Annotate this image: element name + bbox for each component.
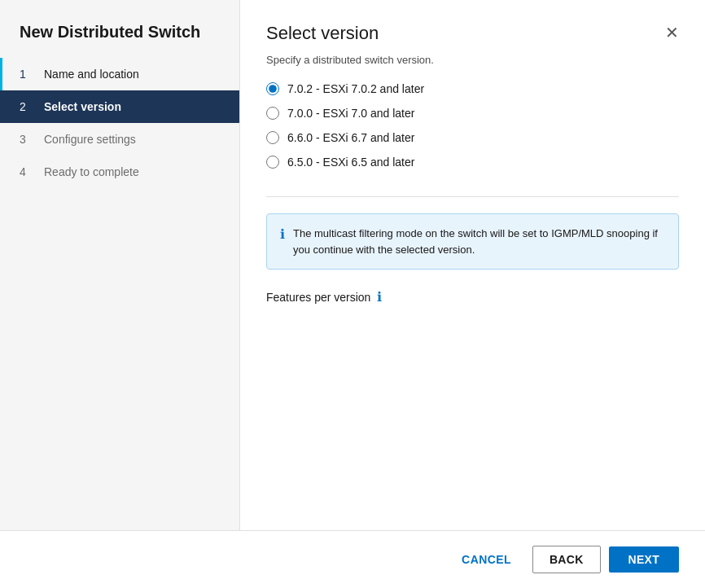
info-box: ℹ The multicast filtering mode on the sw… [266,213,679,270]
sidebar-item-select-version[interactable]: 2 Select version [0,90,239,123]
radio-option-6-6-0[interactable]: 6.6.0 - ESXi 6.7 and later [266,131,679,144]
completed-indicator [0,58,2,90]
info-icon: ℹ [280,226,285,242]
features-label: Features per version [266,291,370,304]
step-number-2: 2 [20,100,36,113]
sidebar-item-ready-to-complete: 4 Ready to complete [0,156,239,188]
main-header: Select version ✕ [240,0,705,54]
sidebar-item-name-and-location[interactable]: 1 Name and location [0,58,239,90]
radio-option-7-0-0[interactable]: 7.0.0 - ESXi 7.0 and later [266,107,679,120]
sidebar-label-ready-to-complete: Ready to complete [44,165,139,178]
close-icon: ✕ [665,24,679,42]
page-subtitle: Specify a distributed switch version. [240,54,705,82]
dialog-body: New Distributed Switch 1 Name and locati… [0,0,705,530]
dialog-footer: CANCEL BACK NEXT [0,530,705,588]
divider [266,196,679,197]
radio-option-6-5-0[interactable]: 6.5.0 - ESXi 6.5 and later [266,156,679,169]
sidebar-label-select-version: Select version [44,100,121,113]
close-button[interactable]: ✕ [665,24,679,41]
main-content: Select version ✕ Specify a distributed s… [240,0,705,530]
radio-7-0-0[interactable] [266,107,279,120]
radio-label-6-5-0: 6.5.0 - ESXi 6.5 and later [287,156,414,169]
cancel-button[interactable]: CANCEL [449,546,524,573]
sidebar-label-configure-settings: Configure settings [44,133,136,146]
dialog-title: New Distributed Switch [0,0,239,58]
radio-6-6-0[interactable] [266,131,279,144]
page-title: Select version [266,23,379,44]
sidebar-item-configure-settings: 3 Configure settings [0,123,239,156]
features-info-icon[interactable]: ℹ [377,289,382,305]
radio-label-7-0-2: 7.0.2 - ESXi 7.0.2 and later [287,82,424,95]
step-number-1: 1 [20,68,36,81]
radio-6-5-0[interactable] [266,156,279,169]
radio-label-6-6-0: 6.6.0 - ESXi 6.7 and later [287,131,414,144]
info-message: The multicast filtering mode on the swit… [293,226,665,257]
features-per-version-row: Features per version ℹ [240,270,705,305]
version-options: 7.0.2 - ESXi 7.0.2 and later 7.0.0 - ESX… [240,82,705,180]
radio-7-0-2[interactable] [266,82,279,95]
back-button[interactable]: BACK [532,546,601,573]
next-button[interactable]: NEXT [609,546,679,573]
radio-label-7-0-0: 7.0.0 - ESXi 7.0 and later [287,107,414,120]
radio-option-7-0-2[interactable]: 7.0.2 - ESXi 7.0.2 and later [266,82,679,95]
step-number-4: 4 [20,165,36,178]
new-distributed-switch-dialog: New Distributed Switch 1 Name and locati… [0,0,705,588]
sidebar: New Distributed Switch 1 Name and locati… [0,0,240,530]
sidebar-label-name-and-location: Name and location [44,68,139,81]
step-number-3: 3 [20,133,36,146]
